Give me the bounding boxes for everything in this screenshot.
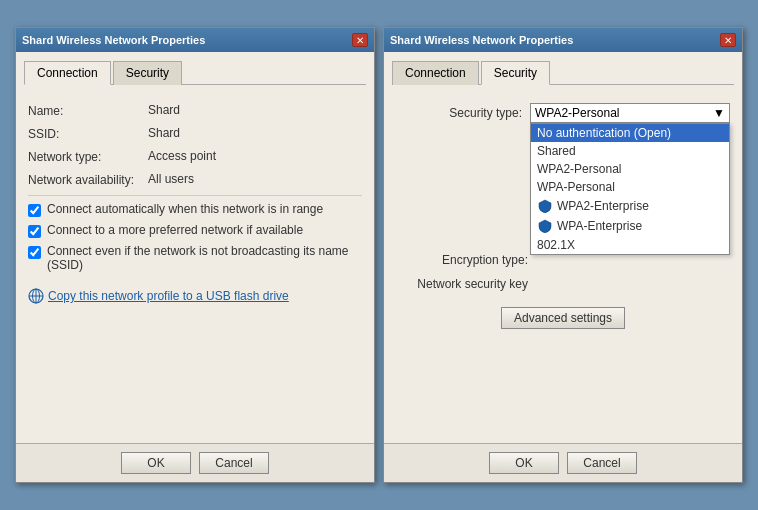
usb-flash-link[interactable]: Copy this network profile to a USB flash… bbox=[48, 289, 289, 303]
title-2: Shard Wireless Network Properties bbox=[390, 34, 573, 46]
network-security-key-label: Network security key bbox=[396, 277, 536, 291]
dialog-inner-1: Name: Shard SSID: Shard Network type: Ac… bbox=[24, 95, 366, 435]
content-area-1: Name: Shard SSID: Shard Network type: Ac… bbox=[24, 95, 366, 312]
field-name: Name: Shard bbox=[28, 103, 362, 118]
option-wpa-personal-label: WPA-Personal bbox=[537, 180, 615, 194]
value-name: Shard bbox=[148, 103, 180, 117]
checkbox-preferred[interactable] bbox=[28, 225, 41, 238]
field-ssid: SSID: Shard bbox=[28, 126, 362, 141]
tab-connection-1[interactable]: Connection bbox=[24, 61, 111, 85]
selected-option-text: WPA2-Personal bbox=[535, 106, 619, 120]
security-type-control: WPA2-Personal ▼ No authentication (Open)… bbox=[530, 103, 730, 123]
close-button-1[interactable]: ✕ bbox=[352, 33, 368, 47]
title-bar-2: Shard Wireless Network Properties ✕ bbox=[384, 28, 742, 52]
dialog-2: Shard Wireless Network Properties ✕ Conn… bbox=[383, 27, 743, 483]
tab-security-2[interactable]: Security bbox=[481, 61, 550, 85]
tabs-2: Connection Security bbox=[392, 60, 734, 85]
checkbox-label-3: Connect even if the network is not broad… bbox=[47, 244, 362, 272]
security-type-label: Security type: bbox=[396, 106, 530, 120]
dialog-body-1: Connection Security Name: Shard SSID: Sh… bbox=[16, 52, 374, 443]
tabs-1: Connection Security bbox=[24, 60, 366, 85]
field-network-type: Network type: Access point bbox=[28, 149, 362, 164]
security-type-row: Security type: WPA2-Personal ▼ No authen… bbox=[396, 103, 730, 123]
link-row: Copy this network profile to a USB flash… bbox=[28, 288, 362, 304]
option-wpa2-personal[interactable]: WPA2-Personal bbox=[531, 160, 729, 178]
value-network-type: Access point bbox=[148, 149, 216, 163]
encryption-type-label: Encryption type: bbox=[396, 253, 536, 267]
option-shared[interactable]: Shared bbox=[531, 142, 729, 160]
option-wpa-personal[interactable]: WPA-Personal bbox=[531, 178, 729, 196]
globe-icon bbox=[28, 288, 44, 304]
network-security-key-row: Network security key bbox=[396, 277, 730, 291]
encryption-type-row: Encryption type: bbox=[396, 253, 730, 267]
checkbox-no-broadcast[interactable] bbox=[28, 246, 41, 259]
advanced-settings-button[interactable]: Advanced settings bbox=[501, 307, 625, 329]
content-area-2: Security type: WPA2-Personal ▼ No authen… bbox=[392, 95, 734, 337]
footer-1: OK Cancel bbox=[16, 443, 374, 482]
tab-connection-2[interactable]: Connection bbox=[392, 61, 479, 85]
dialog-1: Shard Wireless Network Properties ✕ Conn… bbox=[15, 27, 375, 483]
label-name: Name: bbox=[28, 103, 148, 118]
footer-2: OK Cancel bbox=[384, 443, 742, 482]
checkbox-row-3: Connect even if the network is not broad… bbox=[28, 244, 362, 272]
checkbox-auto-connect[interactable] bbox=[28, 204, 41, 217]
option-dot1x[interactable]: 802.1X bbox=[531, 236, 729, 254]
shield-icon-wpa bbox=[537, 218, 553, 234]
option-wpa2-enterprise-label: WPA2-Enterprise bbox=[557, 199, 649, 213]
dialog-inner-2: Security type: WPA2-Personal ▼ No authen… bbox=[392, 95, 734, 435]
option-wpa-enterprise[interactable]: WPA-Enterprise bbox=[531, 216, 729, 236]
checkbox-row-2: Connect to a more preferred network if a… bbox=[28, 223, 362, 238]
title-1: Shard Wireless Network Properties bbox=[22, 34, 205, 46]
checkbox-label-1: Connect automatically when this network … bbox=[47, 202, 323, 216]
value-ssid: Shard bbox=[148, 126, 180, 140]
option-wpa2-enterprise[interactable]: WPA2-Enterprise bbox=[531, 196, 729, 216]
option-wpa2-personal-label: WPA2-Personal bbox=[537, 162, 621, 176]
option-no-auth[interactable]: No authentication (Open) bbox=[531, 124, 729, 142]
cancel-button-1[interactable]: Cancel bbox=[199, 452, 269, 474]
label-availability: Network availability: bbox=[28, 172, 148, 187]
field-availability: Network availability: All users bbox=[28, 172, 362, 187]
shield-icon-wpa2 bbox=[537, 198, 553, 214]
checkbox-row-1: Connect automatically when this network … bbox=[28, 202, 362, 217]
value-availability: All users bbox=[148, 172, 194, 186]
advanced-btn-row: Advanced settings bbox=[396, 307, 730, 329]
ok-button-1[interactable]: OK bbox=[121, 452, 191, 474]
option-shared-label: Shared bbox=[537, 144, 576, 158]
label-ssid: SSID: bbox=[28, 126, 148, 141]
option-no-auth-label: No authentication (Open) bbox=[537, 126, 671, 140]
dialog-body-2: Connection Security Security type: WPA2-… bbox=[384, 52, 742, 443]
tab-security-1[interactable]: Security bbox=[113, 61, 182, 85]
cancel-button-2[interactable]: Cancel bbox=[567, 452, 637, 474]
security-type-dropdown[interactable]: WPA2-Personal ▼ bbox=[530, 103, 730, 123]
dropdown-options-list: No authentication (Open) Shared WPA2-Per… bbox=[530, 123, 730, 255]
security-type-dropdown-container: WPA2-Personal ▼ No authentication (Open)… bbox=[530, 103, 730, 123]
option-dot1x-label: 802.1X bbox=[537, 238, 575, 252]
option-wpa-enterprise-label: WPA-Enterprise bbox=[557, 219, 642, 233]
close-button-2[interactable]: ✕ bbox=[720, 33, 736, 47]
dropdown-arrow-icon: ▼ bbox=[713, 106, 725, 120]
dialogs-container: Shard Wireless Network Properties ✕ Conn… bbox=[15, 27, 743, 483]
label-network-type: Network type: bbox=[28, 149, 148, 164]
ok-button-2[interactable]: OK bbox=[489, 452, 559, 474]
checkbox-label-2: Connect to a more preferred network if a… bbox=[47, 223, 303, 237]
title-bar-1: Shard Wireless Network Properties ✕ bbox=[16, 28, 374, 52]
